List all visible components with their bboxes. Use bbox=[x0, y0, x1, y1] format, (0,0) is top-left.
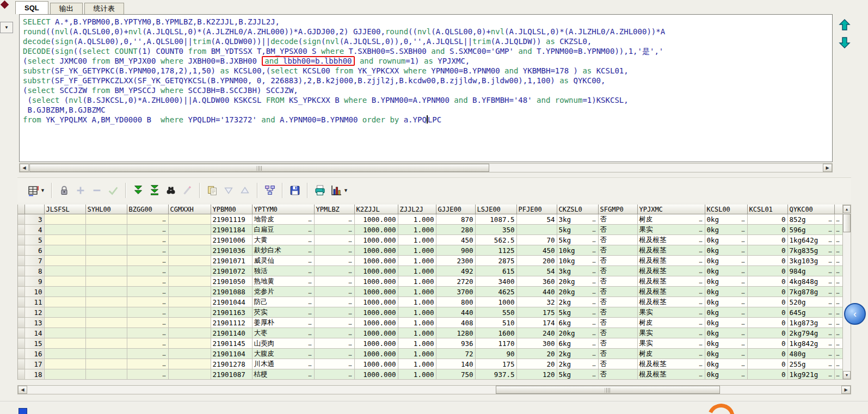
grid-cell-partial[interactable]: … bbox=[834, 349, 843, 359]
grid-cell-bzgg00[interactable]: … bbox=[127, 276, 168, 287]
grid-cell-cgmxxh[interactable] bbox=[168, 266, 211, 276]
row-selector[interactable] bbox=[18, 297, 24, 307]
ellipsis-button[interactable]: … bbox=[348, 310, 352, 316]
grid-cell-zjjl2j[interactable]: 1.000 bbox=[398, 297, 436, 307]
grid-cell-partial[interactable]: … bbox=[834, 225, 843, 235]
ellipsis-button[interactable]: … bbox=[828, 320, 832, 326]
grid-cell-gjje00[interactable]: 440 bbox=[436, 307, 475, 318]
grid-cell-jlsfsl[interactable] bbox=[44, 318, 85, 328]
ellipsis-button[interactable]: … bbox=[162, 279, 166, 285]
grid-cell-k2zjjl[interactable]: 1000.000 bbox=[354, 297, 398, 307]
grid-cell-kcsl00[interactable]: 0kg… bbox=[705, 328, 747, 338]
grid-cell-syhl00[interactable] bbox=[85, 235, 127, 245]
grid-cell-sfgmp0[interactable]: 否 bbox=[598, 338, 637, 349]
delete-record-button[interactable] bbox=[89, 182, 105, 199]
grid-cell-k2zjjl[interactable]: 1000.000 bbox=[354, 307, 398, 318]
ellipsis-button[interactable]: … bbox=[828, 248, 832, 254]
row-selector[interactable] bbox=[18, 276, 24, 287]
grid-cell-lsje00[interactable]: 615 bbox=[475, 266, 516, 276]
grid-hscroll-thumb[interactable] bbox=[496, 386, 720, 394]
ellipsis-button[interactable]: … bbox=[308, 372, 312, 378]
ellipsis-button[interactable]: … bbox=[828, 372, 832, 378]
grid-cell-bzgg00[interactable]: … bbox=[127, 214, 168, 225]
grid-cell-zjjl2j[interactable]: 1.000 bbox=[398, 318, 436, 328]
grid-cell-pfje00[interactable]: 300 bbox=[516, 338, 557, 349]
grid-cell-kcsl00[interactable]: 0kg… bbox=[705, 297, 747, 307]
grid-cell-kcsl00[interactable]: 0kg… bbox=[705, 214, 747, 225]
grid-cell-zjjl2j[interactable]: 1.000 bbox=[398, 328, 436, 338]
grid-cell-zjjl2j[interactable]: 1.000 bbox=[398, 245, 436, 256]
grid-cell-sfgmp0[interactable]: 否 bbox=[598, 225, 637, 235]
ellipsis-button[interactable]: … bbox=[162, 248, 166, 254]
column-header-gjje00[interactable]: GJJE00 bbox=[436, 205, 475, 214]
grid-cell-bzgg00[interactable]: … bbox=[127, 297, 168, 307]
grid-cell-cgmxxh[interactable] bbox=[168, 318, 211, 328]
row-selector[interactable] bbox=[18, 318, 24, 328]
grid-cell-qykc00[interactable]: 255g… bbox=[787, 359, 834, 369]
ellipsis-button[interactable]: … bbox=[741, 351, 745, 357]
tab-statistics[interactable]: 统计表 bbox=[84, 3, 124, 14]
grid-cell-jlsfsl[interactable] bbox=[44, 266, 85, 276]
grid-cell-syhl00[interactable] bbox=[85, 328, 127, 338]
ellipsis-button[interactable]: … bbox=[741, 330, 745, 336]
ellipsis-button[interactable]: … bbox=[592, 320, 596, 326]
grid-cell-k2zjjl[interactable]: 1000.000 bbox=[354, 328, 398, 338]
grid-cell-gjje00[interactable]: 900 bbox=[436, 245, 475, 256]
ellipsis-button[interactable]: … bbox=[308, 299, 312, 305]
row-selector[interactable] bbox=[18, 245, 24, 256]
row-selector[interactable] bbox=[18, 369, 24, 380]
grid-cell-syhl00[interactable] bbox=[85, 245, 127, 256]
grid-cell-cgmxxh[interactable] bbox=[168, 297, 211, 307]
ellipsis-button[interactable]: … bbox=[308, 258, 312, 264]
ellipsis-button[interactable]: … bbox=[828, 310, 832, 316]
tab-output[interactable]: 输出 bbox=[50, 3, 83, 14]
row-number[interactable]: 13 bbox=[24, 318, 44, 328]
grid-cell-ypjxmc[interactable]: 果实… bbox=[637, 328, 705, 338]
grid-cell-lsje00[interactable]: 2875 bbox=[475, 256, 516, 266]
column-header-cgmxxh[interactable]: CGMXXH bbox=[168, 205, 211, 214]
grid-cell-ypmlbz[interactable]: … bbox=[314, 297, 354, 307]
grid-cell-partial[interactable]: … bbox=[834, 297, 843, 307]
ellipsis-button[interactable]: … bbox=[592, 361, 596, 367]
grid-cell-ypbm00[interactable]: 21901184 bbox=[211, 225, 252, 235]
editor-hscrollbar[interactable]: ◀ ▶ bbox=[19, 163, 833, 172]
ellipsis-button[interactable]: … bbox=[741, 361, 745, 367]
grid-cell-yptym0[interactable]: 地骨皮… bbox=[252, 214, 314, 225]
grid-cell-jlsfsl[interactable] bbox=[44, 297, 85, 307]
ellipsis-button[interactable]: … bbox=[592, 310, 596, 316]
grid-cell-cgmxxh[interactable] bbox=[168, 328, 211, 338]
grid-cell-ypmlbz[interactable]: … bbox=[314, 287, 354, 297]
grid-cell-ypjxmc[interactable]: 根及根茎… bbox=[637, 235, 705, 245]
grid-cell-ypjxmc[interactable]: 果实… bbox=[637, 338, 705, 349]
grid-cell-qykc00[interactable]: 4kg848g… bbox=[787, 276, 834, 287]
ellipsis-button[interactable]: … bbox=[699, 289, 703, 295]
grid-cell-gjje00[interactable]: 936 bbox=[436, 338, 475, 349]
row-selector[interactable] bbox=[18, 328, 24, 338]
grid-cell-zjjl2j[interactable]: 1.000 bbox=[398, 369, 436, 380]
grid-cell-k2zjjl[interactable]: 1000.000 bbox=[354, 256, 398, 266]
grid-cell-ypbm00[interactable]: 21901050 bbox=[211, 276, 252, 287]
grid-cell-ypjxmc[interactable]: 根及根茎… bbox=[637, 266, 705, 276]
grid-cell-kcsl00[interactable]: 0kg… bbox=[705, 256, 747, 266]
grid-cell-ypjxmc[interactable]: 树皮… bbox=[637, 349, 705, 359]
grid-cell-cgmxxh[interactable] bbox=[168, 245, 211, 256]
ellipsis-button[interactable]: … bbox=[699, 320, 703, 326]
grid-cell-syhl00[interactable] bbox=[85, 287, 127, 297]
grid-cell-pfje00[interactable]: 450 bbox=[516, 245, 557, 256]
ellipsis-button[interactable]: … bbox=[741, 299, 745, 305]
ellipsis-button[interactable]: … bbox=[308, 351, 312, 357]
grid-cell-qykc00[interactable]: 984g… bbox=[787, 266, 834, 276]
grid-cell-k2zjjl[interactable]: 1000.000 bbox=[354, 338, 398, 349]
grid-cell-qykc00[interactable]: 2kg794g… bbox=[787, 328, 834, 338]
grid-vscroll-thumb[interactable] bbox=[843, 214, 851, 232]
ellipsis-button[interactable]: … bbox=[162, 217, 166, 223]
grid-cell-zjjl2j[interactable]: 1.000 bbox=[398, 225, 436, 235]
ellipsis-button[interactable]: … bbox=[592, 341, 596, 347]
ellipsis-button[interactable]: … bbox=[348, 227, 352, 233]
grid-cell-pfje00[interactable]: 440 bbox=[516, 287, 557, 297]
ellipsis-button[interactable]: … bbox=[162, 361, 166, 367]
grid-cell-k2zjjl[interactable]: 1000.000 bbox=[354, 369, 398, 380]
grid-cell-kcsl01[interactable]: 0 bbox=[747, 235, 787, 245]
grid-cell-qykc00[interactable]: 645g… bbox=[787, 307, 834, 318]
grid-cell-syhl00[interactable] bbox=[85, 349, 127, 359]
